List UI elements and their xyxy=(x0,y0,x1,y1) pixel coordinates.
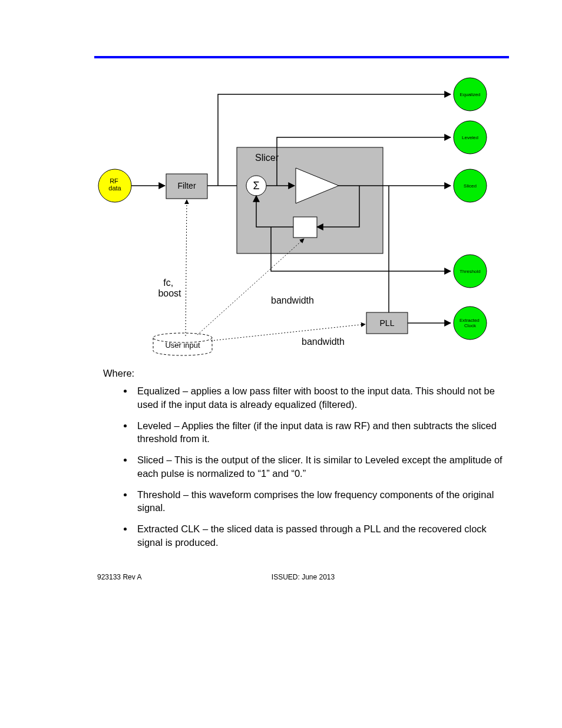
rf-data-label: RF data xyxy=(108,177,121,192)
bullet-sliced: Sliced – This is the output of the slice… xyxy=(134,453,509,480)
bandwidth2-label: bandwidth xyxy=(302,337,345,347)
output-extracted-clock: Extracted Clock xyxy=(454,307,487,340)
bullet-leveled: Leveled – Applies the filter (if the inp… xyxy=(134,419,509,446)
explanation-text: Where: Equalized – applies a low pass fi… xyxy=(103,367,509,557)
svg-text:Threshold: Threshold xyxy=(459,269,481,274)
user-input-label: User input xyxy=(165,341,200,350)
svg-text:Leveled: Leveled xyxy=(462,135,478,140)
output-sliced: Sliced xyxy=(454,169,487,202)
fcboost-label: fc, boost xyxy=(158,278,181,298)
svg-text:Equalized: Equalized xyxy=(459,92,480,97)
where-label: Where: xyxy=(103,367,509,380)
bullet-list: Equalized – applies a low pass filter wi… xyxy=(103,384,509,549)
footer-center: ISSUED: June 2013 xyxy=(272,573,335,581)
header-rule xyxy=(94,56,509,58)
bullet-equalized: Equalized – applies a low pass filter wi… xyxy=(134,384,509,411)
bullet-threshold: Threshold – this waveform comprises the … xyxy=(134,488,509,515)
footer-left: 923133 Rev A xyxy=(97,573,141,581)
slicer-label: Slicer xyxy=(255,153,279,163)
sigma-label: Σ xyxy=(253,180,259,192)
bullet-extracted-clk: Extracted CLK – the sliced data is passe… xyxy=(134,522,509,549)
feedback-block xyxy=(293,217,317,238)
svg-text:Sliced: Sliced xyxy=(464,183,477,189)
bandwidth1-label: bandwidth xyxy=(271,295,314,305)
user-input-block: User input xyxy=(153,333,212,355)
pll-label: PLL xyxy=(380,318,395,328)
block-diagram: RF data Filter Slicer Σ xyxy=(94,77,504,363)
output-leveled: Leveled xyxy=(454,121,487,154)
filter-label: Filter xyxy=(177,181,196,190)
output-threshold: Threshold xyxy=(454,255,487,288)
output-equalized: Equalized xyxy=(454,78,487,111)
footer: 923133 Rev A ISSUED: June 2013 xyxy=(97,573,509,581)
dotted-userinput-to-filter xyxy=(186,200,187,336)
